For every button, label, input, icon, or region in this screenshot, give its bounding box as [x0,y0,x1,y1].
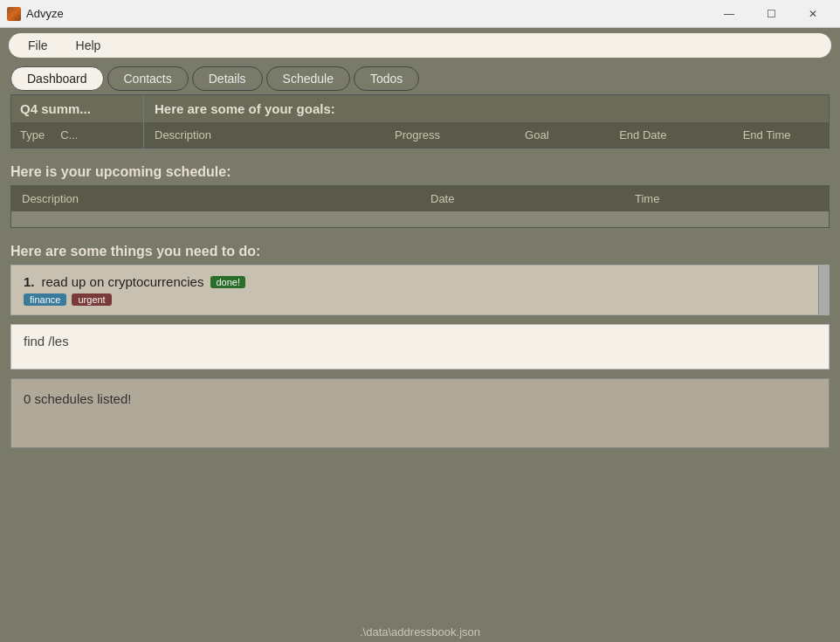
app-title: Advyze [26,7,64,20]
col-description: Description [144,128,342,142]
tab-schedule[interactable]: Schedule [266,66,350,91]
footer-path: .\data\addressbook.json [360,625,480,639]
tag-urgent: urgent [72,293,111,306]
tab-todos[interactable]: Todos [354,66,419,91]
col-progress: Progress [342,128,492,142]
todo-tags-0: finance urgent [24,293,816,306]
find-box[interactable]: find /les [10,324,830,369]
goals-c-label: C... [60,128,78,142]
title-bar-left: Advyze [7,7,64,21]
schedule-result-box: 0 schedules listed! [10,378,830,448]
col-end-time: End Time [705,128,829,142]
todo-text-0: read up on cryptocurrencies [42,274,204,289]
col-end-date: End Date [581,128,705,142]
footer: .\data\addressbook.json [0,620,840,642]
menu-bar: File Help [9,33,831,58]
tab-bar: Dashboard Contacts Details Schedule Todo… [0,63,840,94]
menu-file[interactable]: File [23,37,53,54]
goals-columns-row: Description Progress Goal End Date End T… [144,122,829,148]
maximize-button[interactable]: ☐ [751,0,791,28]
schedule-section: Here is your upcoming schedule: Descript… [10,157,830,228]
sched-col-description: Description [11,192,420,205]
main-content: Q4 summ... Type C... Here are some of yo… [0,94,840,620]
title-bar: Advyze — ☐ ✕ [0,0,840,28]
todos-heading: Here are some things you need to do: [10,237,830,265]
schedule-empty-row [11,211,829,227]
scrollbar[interactable] [818,266,829,314]
goals-left-summary: Q4 summ... [11,95,143,122]
close-button[interactable]: ✕ [793,0,833,28]
schedule-table: Description Date Time [10,185,830,228]
todo-number-0: 1. [24,274,35,289]
goals-type-label: Type [20,128,45,142]
schedule-result-text: 0 schedules listed! [24,391,131,406]
todo-title-0: 1. read up on cryptocurrencies done! [24,274,816,289]
goals-table: Q4 summ... Type C... Here are some of yo… [10,94,830,148]
schedule-heading: Here is your upcoming schedule: [10,157,830,185]
col-goal: Goal [492,128,581,142]
app-icon [7,7,21,21]
done-badge-0: done! [210,276,245,288]
goals-section-title: Here are some of your goals: [144,95,829,122]
find-text: find /les [24,334,69,349]
sched-col-date: Date [420,192,624,205]
title-bar-controls: — ☐ ✕ [709,0,833,28]
tab-contacts[interactable]: Contacts [107,66,189,91]
menu-help[interactable]: Help [71,37,107,54]
todos-section: Here are some things you need to do: 1. … [10,237,830,315]
tag-finance: finance [24,293,66,306]
schedule-columns-row: Description Date Time [11,186,829,211]
tab-dashboard[interactable]: Dashboard [10,66,104,91]
minimize-button[interactable]: — [709,0,749,28]
sched-col-time: Time [624,192,829,205]
tab-details[interactable]: Details [192,66,263,91]
todo-item-0[interactable]: 1. read up on cryptocurrencies done! fin… [10,265,830,315]
goals-type-row: Type C... [11,122,143,148]
